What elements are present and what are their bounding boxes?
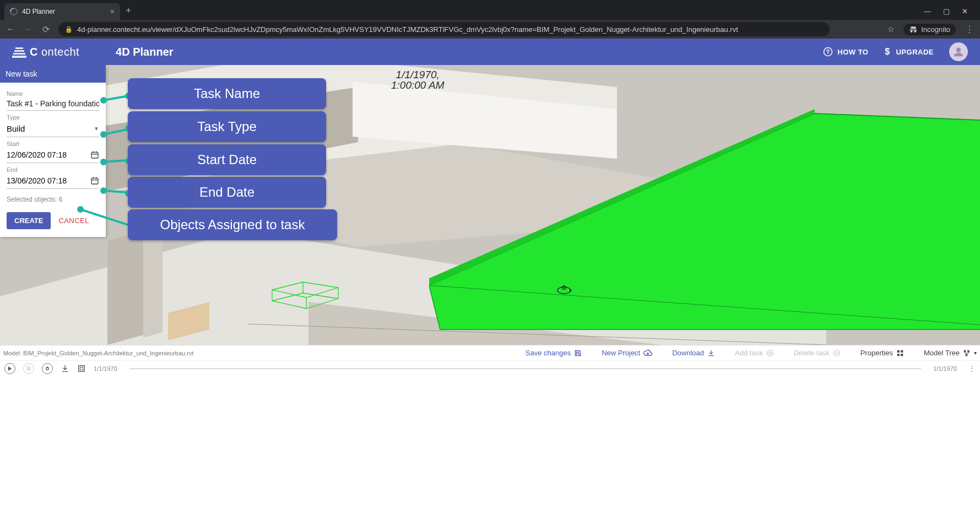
play-button[interactable]: [4, 363, 15, 374]
properties-icon: [896, 349, 904, 357]
sim-time: 1:00:00 AM: [391, 80, 444, 90]
tab-title: 4D Planner: [22, 8, 55, 15]
new-project-label: New Project: [602, 349, 640, 357]
end-date-value: 13/06/2020 07:18: [7, 176, 67, 185]
viewport-3d[interactable]: 1/1/1970, 1:00:00 AM New task Name Type …: [0, 65, 980, 345]
svg-rect-27: [91, 152, 98, 158]
incognito-badge[interactable]: Incognito: [903, 24, 956, 35]
properties-link[interactable]: Properties: [860, 349, 904, 357]
upgrade-link[interactable]: $ UPGRADE: [884, 47, 934, 57]
delete-task-link: Delete task: [794, 349, 841, 357]
tab-favicon: [8, 6, 19, 17]
bookmark-star-icon[interactable]: ☆: [887, 25, 895, 34]
svg-rect-43: [966, 354, 968, 356]
browser-reload-icon[interactable]: ⟳: [41, 24, 51, 35]
svg-rect-34: [96, 177, 96, 179]
howto-link[interactable]: ? HOW TO: [823, 47, 868, 57]
svg-rect-42: [967, 350, 970, 352]
address-field[interactable]: 🔒 4d-planner.contecht.eu/viewer/dXJuOmFk…: [58, 22, 830, 36]
task-name-input[interactable]: [7, 97, 99, 111]
download-link[interactable]: Download: [672, 349, 715, 357]
svg-marker-11: [143, 226, 163, 338]
svg-marker-18: [272, 282, 338, 298]
browser-address-bar: ← → ⟳ 🔒 4d-planner.contecht.eu/viewer/dX…: [0, 20, 980, 39]
callout-task-name: Task Name: [128, 78, 326, 109]
model-tree-label: Model Tree: [924, 349, 960, 357]
end-label: End: [7, 166, 99, 173]
svg-marker-10: [107, 230, 143, 345]
task-type-value: Build: [7, 124, 25, 133]
upgrade-label: UPGRADE: [896, 48, 934, 56]
orbit-cursor-icon: [556, 283, 572, 295]
start-label: Start: [7, 140, 99, 147]
new-project-link[interactable]: New Project: [602, 349, 652, 357]
browser-tab[interactable]: 4D Planner ×: [4, 3, 120, 20]
type-label: Type: [7, 114, 99, 121]
window-maximize-icon[interactable]: ▢: [943, 7, 950, 15]
browser-forward-icon[interactable]: →: [23, 24, 33, 34]
save-changes-label: Save changes: [526, 349, 571, 357]
svg-point-25: [562, 286, 566, 289]
model-name: Model: BIM_Projekt_Golden_Nugget-Archite…: [3, 350, 193, 356]
svg-rect-33: [93, 177, 94, 179]
timeline-start-date: 1/1/1970: [94, 365, 117, 372]
add-task-label: Add task: [735, 349, 763, 357]
svg-rect-46: [29, 366, 30, 371]
plus-circle-icon: [766, 349, 774, 357]
timeline-end-date: 1/1/1970: [933, 365, 957, 372]
tab-close-icon[interactable]: ×: [110, 7, 115, 16]
properties-label: Properties: [860, 349, 893, 357]
window-close-icon[interactable]: ✕: [962, 7, 968, 15]
svg-point-24: [557, 287, 571, 294]
task-type-select[interactable]: Build ▼: [7, 121, 99, 137]
callout-objects: Objects Assigned to task: [128, 209, 337, 240]
svg-marker-44: [8, 366, 12, 371]
new-tab-button[interactable]: +: [126, 5, 132, 17]
save-icon: [574, 349, 582, 357]
howto-label: HOW TO: [837, 48, 868, 56]
url-text: 4d-planner.contecht.eu/viewer/dXJuOmFkc2…: [77, 25, 738, 34]
svg-marker-14: [429, 113, 980, 329]
svg-rect-37: [897, 350, 900, 352]
start-date-value: 12/06/2020 07:18: [7, 150, 67, 159]
cloud-upload-icon: [643, 349, 652, 357]
end-date-input[interactable]: 13/06/2020 07:18: [7, 173, 99, 189]
model-tree-link[interactable]: Model Tree ▾: [924, 349, 977, 357]
timeline-menu-icon[interactable]: ⋮: [968, 364, 976, 373]
brand-logo[interactable]: Contecht: [12, 46, 79, 58]
svg-rect-40: [901, 354, 903, 356]
help-icon: ?: [823, 47, 833, 57]
callout-end-date: End Date: [128, 177, 326, 208]
svg-rect-50: [80, 367, 83, 370]
window-minimize-icon[interactable]: —: [924, 7, 931, 15]
start-date-input[interactable]: 12/06/2020 07:18: [7, 147, 99, 163]
svg-rect-29: [93, 151, 94, 153]
svg-rect-31: [91, 178, 98, 184]
avatar-icon: [953, 46, 964, 57]
panel-title: New task: [0, 65, 106, 83]
save-changes-link[interactable]: Save changes: [526, 349, 582, 357]
incognito-label: Incognito: [921, 25, 950, 34]
create-button[interactable]: CREATE: [7, 212, 51, 229]
timeline-download-icon[interactable]: [61, 364, 69, 373]
calendar-icon: [90, 150, 99, 159]
svg-text:?: ?: [826, 48, 830, 55]
timeline-fit-icon[interactable]: [77, 364, 86, 373]
svg-rect-45: [27, 366, 28, 371]
cancel-button[interactable]: CANCEL: [58, 212, 89, 229]
svg-rect-30: [96, 151, 96, 153]
stop-button[interactable]: [42, 363, 53, 374]
pause-button[interactable]: [23, 363, 34, 374]
incognito-icon: [909, 26, 918, 33]
callout-start-date: Start Date: [128, 144, 326, 175]
user-avatar[interactable]: [949, 42, 968, 61]
browser-back-icon[interactable]: ←: [6, 24, 15, 34]
chevron-down-icon: ▾: [974, 350, 977, 356]
selected-slab: [429, 109, 980, 340]
browser-tab-strip: 4D Planner × + — ▢ ✕: [0, 0, 980, 20]
timeline-bar: 1/1/1970 1/1/1970 ⋮: [0, 360, 980, 376]
timeline-track[interactable]: [129, 368, 921, 369]
sim-date: 1/1/1970,: [391, 69, 444, 80]
browser-menu-icon[interactable]: ⋮: [965, 24, 974, 35]
svg-rect-41: [964, 350, 966, 352]
